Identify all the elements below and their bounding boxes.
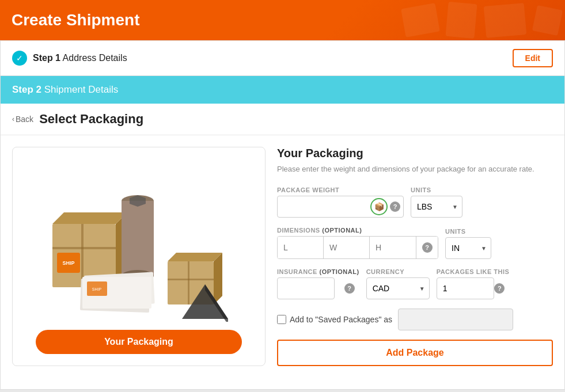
- step2-detail: Shipment Details: [44, 84, 119, 95]
- form-title: Your Packaging: [277, 147, 553, 160]
- weight-field-group: PACKAGE WEIGHT 📦 ?: [277, 187, 404, 218]
- weight-label: PACKAGE WEIGHT: [277, 187, 404, 193]
- dimensions-help-icon[interactable]: ?: [416, 237, 438, 258]
- insurance-input[interactable]: [277, 277, 335, 299]
- weight-field-wrap: 📦 ?: [277, 196, 404, 218]
- insurance-label: INSURANCE (OPTIONAL): [277, 268, 359, 275]
- your-packaging-button[interactable]: Your Packaging: [36, 330, 242, 354]
- box-deco-4: [532, 5, 563, 35]
- dim-w-input[interactable]: [324, 237, 370, 258]
- main-container: ✓ Step 1 Address Details Edit Step 2 Shi…: [0, 40, 565, 390]
- units-label: UNITS: [411, 187, 462, 193]
- dimensions-label-text: DIMENSIONS: [277, 227, 320, 234]
- dim-units-field-group: UNITS IN CM: [445, 228, 491, 259]
- dimensions-row: DIMENSIONS (OPTIONAL) ? UNITS: [277, 227, 553, 259]
- header-decoration: [226, 0, 565, 40]
- packages-label: PACKAGES LIKE THIS: [437, 268, 510, 275]
- currency-select-wrap: CAD USD: [366, 277, 430, 299]
- step1-check-icon: ✓: [12, 51, 27, 66]
- insurance-field-group: INSURANCE (OPTIONAL) ?: [277, 268, 359, 299]
- bottom-padding: [1, 378, 564, 389]
- insurance-row: INSURANCE (OPTIONAL) ? CURRENCY CAD USD: [277, 268, 553, 299]
- packaging-image-area: SHIP: [24, 159, 253, 324]
- packages-help-icon[interactable]: ?: [494, 283, 505, 294]
- insurance-label-text: INSURANCE: [277, 268, 317, 275]
- weight-row: PACKAGE WEIGHT 📦 ? UNITS LBS K: [277, 187, 553, 218]
- step2-number: Step 2: [12, 84, 44, 95]
- packaging-illustration: SHIP: [35, 161, 242, 322]
- svg-text:SHIP: SHIP: [92, 287, 102, 291]
- chevron-left-icon: ‹: [12, 115, 14, 123]
- saved-pkg-checkbox[interactable]: [277, 315, 286, 324]
- content-row: SHIP: [1, 135, 564, 378]
- insurance-optional-text: (OPTIONAL): [319, 268, 359, 275]
- svg-rect-3: [52, 247, 116, 249]
- svg-rect-8: [122, 201, 154, 276]
- form-subtitle: Please enter the weight and dimensions o…: [277, 163, 553, 175]
- form-panel: Your Packaging Please enter the weight a…: [277, 147, 553, 366]
- back-text: Back: [16, 115, 33, 124]
- step1-bar: ✓ Step 1 Address Details Edit: [1, 41, 564, 76]
- back-nav-title: Select Packaging: [39, 112, 143, 127]
- packages-field-group: PACKAGES LIKE THIS ?: [437, 268, 510, 299]
- package-icon: 📦: [370, 198, 388, 215]
- svg-marker-1: [52, 212, 127, 224]
- currency-field-group: CURRENCY CAD USD: [366, 268, 430, 299]
- dimensions-optional-text: (OPTIONAL): [322, 227, 362, 234]
- saved-pkg-name-input[interactable]: [398, 309, 513, 330]
- step1-label: Step 1: [33, 53, 60, 63]
- page-title: Create Shipment: [12, 11, 140, 29]
- header: Create Shipment: [0, 0, 565, 40]
- back-nav: ‹ Back Select Packaging: [1, 104, 564, 135]
- svg-marker-13: [214, 253, 222, 305]
- box-deco-1: [401, 3, 440, 37]
- insurance-field-wrap: ?: [277, 277, 359, 299]
- svg-rect-15: [188, 261, 189, 305]
- saved-pkg-label: Add to "Saved Packages" as: [290, 315, 392, 324]
- packages-input[interactable]: [437, 277, 494, 299]
- svg-text:SHIP: SHIP: [62, 260, 74, 266]
- step1-detail: Address Details: [63, 53, 127, 63]
- currency-select[interactable]: CAD USD: [366, 277, 430, 299]
- dim-units-select-wrap: IN CM: [445, 237, 491, 259]
- dim-help-icon[interactable]: ?: [422, 242, 433, 253]
- saved-pkg-checkbox-wrap: Add to "Saved Packages" as: [277, 315, 392, 324]
- dimensions-inputs: ?: [277, 236, 438, 259]
- box-deco-3: [484, 3, 527, 38]
- packages-field-wrap: ?: [437, 277, 510, 299]
- packaging-panel: SHIP: [12, 147, 266, 366]
- dim-units-select[interactable]: IN CM: [445, 237, 491, 259]
- weight-help-icon[interactable]: ?: [390, 201, 400, 212]
- units-select-wrap: LBS KG OZ: [411, 196, 462, 218]
- step1-left: ✓ Step 1 Address Details: [12, 51, 127, 66]
- svg-rect-14: [168, 279, 214, 280]
- box-deco-2: [445, 2, 477, 39]
- dim-h-input[interactable]: [370, 237, 416, 258]
- add-package-button[interactable]: Add Package: [277, 340, 553, 366]
- dimensions-label: DIMENSIONS (OPTIONAL): [277, 227, 438, 234]
- dim-l-input[interactable]: [278, 237, 324, 258]
- edit-button[interactable]: Edit: [513, 49, 553, 67]
- svg-marker-12: [168, 253, 222, 261]
- back-link[interactable]: ‹ Back: [12, 115, 33, 124]
- step2-bar: Step 2 Shipment Details: [1, 76, 564, 104]
- insurance-help-icon[interactable]: ?: [344, 283, 355, 294]
- dim-units-label: UNITS: [445, 228, 491, 235]
- weight-icon-group: 📦 ?: [370, 198, 400, 215]
- units-field-group: UNITS LBS KG OZ: [411, 187, 462, 218]
- step1-text: Step 1 Address Details: [33, 53, 127, 63]
- currency-label: CURRENCY: [366, 268, 430, 275]
- units-select[interactable]: LBS KG OZ: [411, 196, 462, 218]
- saved-packages-row: Add to "Saved Packages" as: [277, 309, 553, 330]
- dimensions-field-group: DIMENSIONS (OPTIONAL) ?: [277, 227, 438, 259]
